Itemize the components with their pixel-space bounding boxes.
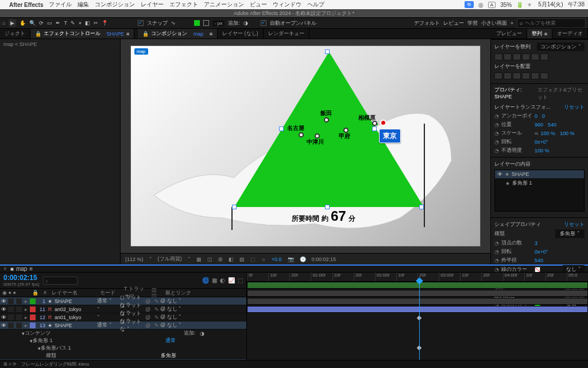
tab-composition[interactable]: 🔒 コンポジション map ≡ bbox=[138, 29, 218, 39]
stopwatch-icon[interactable]: ◔ bbox=[494, 148, 499, 154]
help-search[interactable]: ⌕ ヘルプを検索 bbox=[517, 18, 586, 28]
stopwatch-icon[interactable]: ◔ bbox=[494, 131, 499, 136]
shape-handle[interactable] bbox=[419, 205, 424, 209]
shape-tool-icon[interactable]: ▭ bbox=[47, 20, 52, 26]
shape-handle[interactable] bbox=[325, 49, 330, 54]
pen-tool-icon[interactable]: ✒ bbox=[56, 20, 60, 26]
orbit-tool-icon[interactable]: ⟳ bbox=[39, 20, 44, 26]
link-icon[interactable]: ∞ bbox=[535, 131, 538, 136]
menu-help[interactable]: ヘルプ bbox=[307, 1, 324, 9]
guides-icon[interactable]: ⊞ bbox=[218, 256, 223, 262]
text-tool-icon[interactable]: T bbox=[64, 20, 67, 26]
mask-icon[interactable]: ◫ bbox=[207, 256, 212, 262]
menu-animation[interactable]: アニメーション bbox=[204, 1, 244, 9]
playhead-line[interactable] bbox=[419, 282, 420, 362]
shape-handle[interactable] bbox=[232, 205, 237, 209]
tab-render-queue[interactable]: レンダーキュー bbox=[264, 29, 310, 39]
shape-handle[interactable] bbox=[372, 126, 377, 131]
brush-tool-icon[interactable]: ✎ bbox=[71, 20, 75, 26]
lock-icon[interactable]: 🔒 bbox=[142, 31, 149, 37]
reset-transform-link[interactable]: リセット bbox=[564, 103, 585, 111]
snap-opts-icon[interactable]: ∿ bbox=[171, 20, 176, 26]
presets-header[interactable]: エフェクト&プリセット bbox=[537, 86, 585, 101]
menu-composition[interactable]: コンポジション bbox=[95, 1, 135, 9]
transform-header[interactable]: レイヤートランスフォ... bbox=[494, 103, 551, 111]
channel-icon[interactable]: ◧ bbox=[229, 256, 234, 262]
distribute-buttons[interactable] bbox=[494, 72, 585, 79]
motion-blur-icon[interactable]: ◐ bbox=[220, 277, 225, 283]
stroke-width-field[interactable]: - px bbox=[212, 20, 225, 26]
layer-bar[interactable] bbox=[247, 290, 588, 297]
zoom-dropdown[interactable]: (112 %) bbox=[125, 256, 144, 262]
tab-layer[interactable]: レイヤー (なし) bbox=[218, 29, 264, 39]
menu-effect[interactable]: エフェクト bbox=[169, 1, 198, 9]
snapshot-icon[interactable]: 📷 bbox=[288, 256, 294, 262]
hand-tool-icon[interactable]: ✋ bbox=[20, 20, 26, 26]
content-list[interactable]: 👁★SHAPE ★多角形 1 bbox=[494, 170, 585, 212]
tab-preview[interactable]: プレビュー bbox=[492, 29, 527, 39]
reset-shape-link[interactable]: リセット bbox=[564, 221, 585, 228]
visibility-icon[interactable]: 👁 bbox=[0, 315, 7, 320]
graph-editor-icon[interactable]: 📈 bbox=[228, 277, 235, 283]
comp-canvas[interactable]: map 飯田 bbox=[130, 45, 481, 247]
shape-handle[interactable] bbox=[279, 126, 284, 131]
puppet-tool-icon[interactable]: 📍 bbox=[102, 20, 108, 26]
list-item[interactable]: 👁★SHAPE bbox=[495, 170, 584, 178]
timeline-close-icon[interactable]: × bbox=[3, 266, 7, 272]
shy-icon[interactable]: 🌀 bbox=[202, 277, 209, 283]
tab-align[interactable]: 整列≡ bbox=[527, 29, 552, 39]
autopanel-checkbox[interactable] bbox=[261, 20, 266, 26]
tab-effect-controls[interactable]: 🔒 エフェクトコントロール SHAPE ≡ bbox=[30, 29, 134, 39]
frame-blend-icon[interactable]: ▦ bbox=[212, 277, 217, 283]
workspace-learn[interactable]: 学習 bbox=[467, 20, 478, 27]
selection-tool-icon[interactable]: ▶ bbox=[9, 19, 16, 27]
tab-audio[interactable]: オーディオ bbox=[552, 29, 588, 39]
tab-project[interactable]: ジェクト bbox=[0, 29, 30, 39]
workspace-more-icon[interactable]: » bbox=[510, 20, 513, 26]
add-shape-icon[interactable]: ◑ bbox=[200, 331, 204, 336]
stopwatch-icon[interactable]: ◔ bbox=[494, 249, 499, 255]
resolution-dropdown[interactable]: (フル画質) bbox=[158, 255, 182, 263]
menu-edit[interactable]: 編集 bbox=[78, 1, 89, 9]
grid-icon[interactable]: ▦ bbox=[196, 256, 202, 262]
align-buttons[interactable] bbox=[494, 53, 585, 60]
workspace-default[interactable]: デフォルト bbox=[414, 20, 440, 27]
timecode-block[interactable]: 0:00:02:15 00075 (29.97 fps) bbox=[0, 273, 43, 288]
snap-checkbox[interactable] bbox=[138, 20, 144, 26]
fill-swatch-icon[interactable] bbox=[194, 20, 200, 26]
clone-tool-icon[interactable]: ⌖ bbox=[79, 20, 82, 26]
menu-layer[interactable]: レイヤー bbox=[141, 1, 164, 9]
layer-bar[interactable] bbox=[247, 298, 588, 305]
eraser-tool-icon[interactable]: ◧ bbox=[85, 20, 90, 26]
list-item[interactable]: ★多角形 1 bbox=[495, 178, 584, 188]
timeline-tracks[interactable]: 0f10f20f01:00f10f20f02:00f10f20f03:00f10… bbox=[247, 273, 588, 368]
stopwatch-icon[interactable]: ◔ bbox=[494, 122, 499, 128]
stroke-swatch-icon[interactable] bbox=[203, 20, 209, 26]
visibility-icon[interactable]: 👁 bbox=[0, 323, 7, 328]
properties-header[interactable]: プロパティ: SHAPE bbox=[494, 86, 534, 101]
visibility-icon[interactable]: 👁 bbox=[0, 306, 7, 312]
menu-file[interactable]: ファイル bbox=[49, 1, 72, 9]
workspace-review[interactable]: レビュー bbox=[443, 20, 464, 27]
current-time[interactable]: 0:00:02:15 bbox=[312, 256, 336, 262]
timeline-tab[interactable]: ■ map ≡ bbox=[10, 266, 33, 272]
transparency-icon[interactable]: ▨ bbox=[239, 256, 245, 262]
timeline-layer-row[interactable]: 👁▸13★SHAPE通常 ˅◻ マットな ˅@✎@ なし ˅ bbox=[0, 321, 246, 329]
zoom-tool-icon[interactable]: 🔍 bbox=[29, 20, 36, 26]
stopwatch-icon[interactable]: ◔ bbox=[494, 139, 499, 145]
layer-bar[interactable] bbox=[247, 306, 588, 313]
home-icon[interactable]: ⌂ bbox=[2, 20, 5, 26]
time-icon[interactable]: 🕓 bbox=[300, 256, 306, 262]
screen-share-icon[interactable]: ⧉ bbox=[465, 1, 474, 8]
polygon-type-dropdown[interactable]: 多角形 ˅ bbox=[555, 229, 585, 238]
stopwatch-icon[interactable]: ◔ bbox=[494, 113, 499, 119]
roto-tool-icon[interactable]: ✂ bbox=[94, 20, 98, 26]
menu-app[interactable]: After Effects bbox=[9, 2, 43, 8]
stopwatch-icon[interactable]: ◔ bbox=[494, 240, 499, 246]
cc-icon[interactable]: ◎ bbox=[478, 2, 483, 8]
toggle-switches-icon[interactable]: ⊞ ⌗ ⟳ bbox=[3, 362, 17, 367]
stopwatch-icon[interactable]: ◔ bbox=[494, 258, 499, 263]
menu-window[interactable]: ウィンドウ bbox=[273, 1, 301, 9]
workspace-small[interactable]: 小さい画面 bbox=[481, 20, 507, 27]
draft3d-icon[interactable]: ⬚ bbox=[238, 277, 243, 283]
